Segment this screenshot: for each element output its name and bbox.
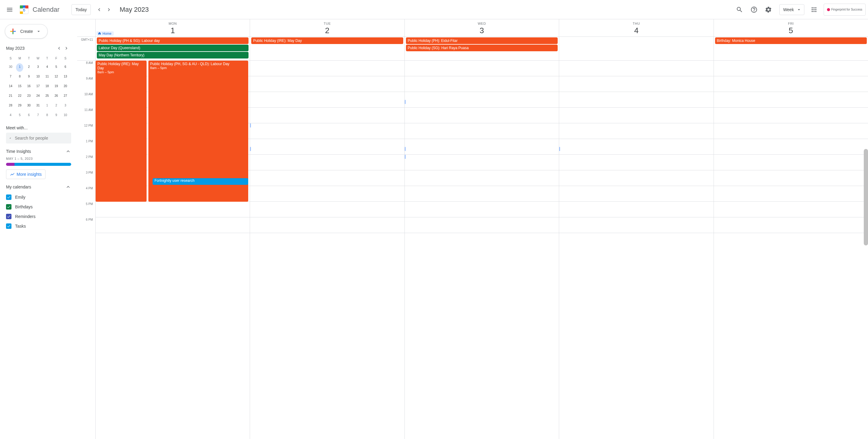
event-indicator[interactable] (405, 100, 406, 104)
home-chip[interactable]: Home (96, 31, 114, 36)
mini-calendar-day[interactable]: 11 (43, 73, 51, 82)
event-indicator[interactable] (250, 147, 251, 151)
mini-calendar-day[interactable]: 28 (7, 102, 14, 111)
mini-calendar-day[interactable]: 2 (53, 102, 60, 111)
allday-cell-wed[interactable]: Public Holiday (PH): Eidul-FitarPublic H… (404, 37, 559, 60)
event-block[interactable]: Fortnightly user research (153, 178, 248, 185)
search-button[interactable] (734, 4, 746, 16)
mini-calendar-day[interactable]: 10 (34, 73, 42, 82)
mini-calendar-day[interactable]: 1 (43, 102, 51, 111)
mini-calendar-day[interactable]: 1 (16, 63, 23, 72)
mini-calendar-day[interactable]: 4 (7, 112, 14, 120)
day-header[interactable]: WED3 (404, 19, 559, 36)
event-indicator[interactable] (559, 147, 560, 151)
checkbox-icon[interactable] (6, 214, 11, 219)
event-indicator[interactable] (405, 147, 406, 151)
allday-event-chip[interactable]: Birthday: Monica House (715, 37, 867, 44)
mini-calendar-day[interactable]: 5 (16, 112, 23, 120)
create-button[interactable]: Create (5, 24, 48, 39)
allday-cell-fri[interactable]: Birthday: Monica House (714, 37, 868, 60)
mini-calendar-day[interactable]: 30 (7, 63, 14, 72)
mini-calendar-day[interactable]: 24 (34, 92, 42, 101)
mini-calendar-day[interactable]: 8 (43, 112, 51, 120)
allday-event-chip[interactable]: Public Holiday (PH & SG): Labour day (97, 37, 249, 44)
time-column[interactable] (559, 61, 713, 439)
mini-calendar-day[interactable]: 22 (16, 92, 23, 101)
time-column[interactable] (404, 61, 559, 439)
mini-calendar-day[interactable]: 27 (62, 92, 69, 101)
main-menu-button[interactable] (2, 2, 17, 17)
mini-calendar-prev-button[interactable] (56, 44, 63, 52)
mini-calendar-day[interactable]: 4 (43, 63, 51, 72)
settings-button[interactable] (763, 4, 775, 16)
search-people-input[interactable] (15, 136, 67, 140)
mini-calendar-day[interactable]: 12 (53, 73, 60, 82)
allday-event-chip[interactable]: Public Holiday (IRE): May Day (251, 37, 403, 44)
mini-calendar-day[interactable]: 8 (16, 73, 23, 82)
checkbox-icon[interactable] (6, 223, 11, 229)
mini-calendar-day[interactable]: 7 (34, 112, 42, 120)
day-header[interactable]: TUE2 (250, 19, 404, 36)
support-button[interactable] (748, 4, 760, 16)
mini-calendar-day[interactable]: 23 (25, 92, 33, 101)
calendar-list-item[interactable]: Emily (4, 192, 71, 202)
prev-week-button[interactable] (94, 5, 104, 14)
allday-cell-thu[interactable] (559, 37, 713, 60)
mini-calendar-day[interactable]: 17 (34, 83, 42, 91)
next-week-button[interactable] (104, 5, 114, 14)
event-indicator[interactable] (250, 123, 251, 128)
mini-calendar-day[interactable]: 21 (7, 92, 14, 101)
allday-cell-tue[interactable]: Public Holiday (IRE): May Day (250, 37, 404, 60)
day-header[interactable]: MON1 (95, 19, 250, 36)
mini-calendar-day[interactable]: 13 (62, 73, 69, 82)
extension-badge[interactable]: Fingerprint for Success (824, 4, 866, 16)
mini-calendar-day[interactable]: 3 (34, 63, 42, 72)
scrollbar-thumb[interactable] (864, 149, 868, 245)
checkbox-icon[interactable] (6, 194, 11, 200)
allday-cell-mon[interactable]: Public Holiday (PH & SG): Labour dayLabo… (95, 37, 250, 60)
allday-event-chip[interactable]: Public Holiday (PH): Eidul-Fitar (406, 37, 558, 44)
calendar-list-item[interactable]: Birthdays (4, 202, 71, 212)
google-apps-button[interactable] (808, 4, 820, 16)
event-block[interactable]: Public Holiday (IRE): May Day8am – 5pm (96, 61, 147, 202)
mini-calendar-day[interactable]: 7 (7, 73, 14, 82)
day-header[interactable]: THU4 (559, 19, 713, 36)
mini-calendar-day[interactable]: 31 (34, 102, 42, 111)
mini-calendar-day[interactable]: 2 (25, 63, 33, 72)
time-column[interactable]: Public Holiday (IRE): May Day8am – 5pmPu… (95, 61, 250, 439)
allday-event-chip[interactable]: May Day (Northern Territory) (97, 52, 249, 59)
mini-calendar-day[interactable]: 5 (53, 63, 60, 72)
mini-calendar-day[interactable]: 6 (62, 63, 69, 72)
mini-calendar-day[interactable]: 20 (62, 83, 69, 91)
allday-event-chip[interactable]: Public Holiday (SG): Hari Raya Puasa (406, 44, 558, 51)
time-column[interactable] (250, 61, 404, 439)
search-people-field[interactable] (6, 133, 71, 144)
checkbox-icon[interactable] (6, 204, 11, 210)
mini-calendar-day[interactable]: 29 (16, 102, 23, 111)
mini-calendar-day[interactable]: 26 (53, 92, 60, 101)
mini-calendar-day[interactable]: 19 (53, 83, 60, 91)
mini-calendar-day[interactable]: 16 (25, 83, 33, 91)
mini-calendar-day[interactable]: 10 (62, 112, 69, 120)
mini-calendar-day[interactable]: 9 (53, 112, 60, 120)
time-column[interactable] (714, 61, 868, 439)
calendar-list-item[interactable]: Reminders (4, 212, 71, 221)
mini-calendar-day[interactable]: 14 (7, 83, 14, 91)
calendar-list-item[interactable]: Tasks (4, 221, 71, 231)
mini-calendar-next-button[interactable] (63, 44, 70, 52)
mini-calendar-day[interactable]: 3 (62, 102, 69, 111)
mini-calendar-day[interactable]: 30 (25, 102, 33, 111)
today-button[interactable]: Today (71, 4, 91, 15)
my-calendars-title[interactable]: My calendars (6, 184, 71, 190)
allday-event-chip[interactable]: Labour Day (Queensland) (97, 44, 249, 51)
day-header[interactable]: FRI5 (714, 19, 868, 36)
event-indicator[interactable] (405, 155, 406, 159)
mini-calendar-day[interactable]: 9 (25, 73, 33, 82)
mini-calendar-day[interactable]: 18 (43, 83, 51, 91)
more-insights-button[interactable]: More insights (6, 169, 45, 179)
mini-calendar-day[interactable]: 15 (16, 83, 23, 91)
mini-calendar-day[interactable]: 25 (43, 92, 51, 101)
time-insights-title[interactable]: Time Insights (6, 148, 71, 154)
view-selector[interactable]: Week (779, 4, 805, 15)
mini-calendar-day[interactable]: 6 (25, 112, 33, 120)
